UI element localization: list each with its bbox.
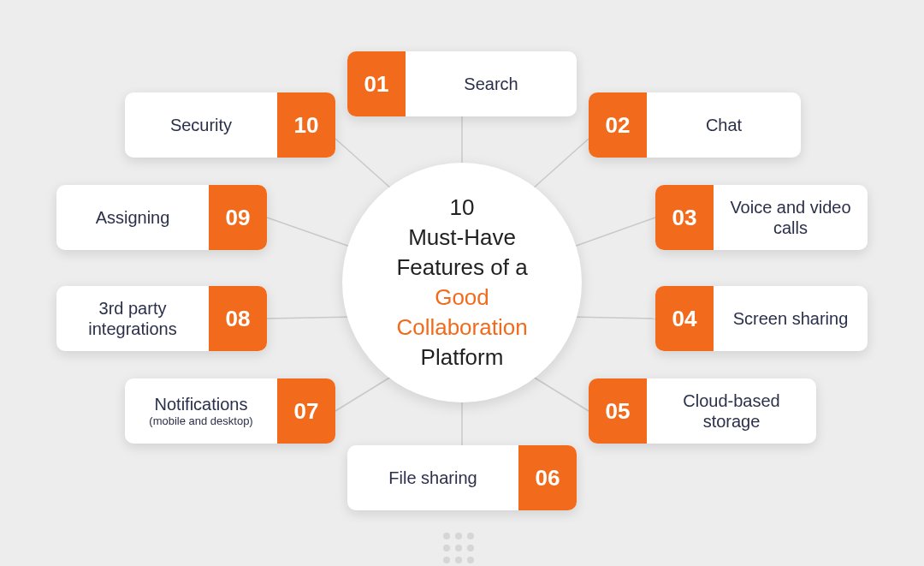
svg-line-7 <box>267 317 355 319</box>
svg-line-9 <box>335 139 391 188</box>
feature-card-01: 01 Search <box>347 51 577 116</box>
feature-label: Cloud-based storage <box>647 378 816 444</box>
feature-card-10: 10 Security <box>125 92 335 158</box>
feature-number: 09 <box>209 185 267 250</box>
svg-line-1 <box>533 139 589 188</box>
feature-number: 05 <box>589 378 647 444</box>
feature-label: Assigning <box>56 185 209 250</box>
feature-label: Voice and video calls <box>714 185 868 250</box>
center-line-1: 10 <box>450 194 475 220</box>
feature-number: 07 <box>277 378 335 444</box>
feature-label-sub: (mobile and desktop) <box>149 414 252 428</box>
feature-card-09: 09 Assigning <box>56 185 267 250</box>
feature-label: File sharing <box>347 445 518 510</box>
svg-line-2 <box>569 217 655 248</box>
feature-card-04: 04 Screen sharing <box>655 286 868 351</box>
feature-label-main: Notifications <box>155 394 248 414</box>
svg-line-8 <box>267 217 355 248</box>
feature-card-08: 08 3rd party integrations <box>56 286 267 351</box>
feature-label: Security <box>125 92 277 158</box>
feature-label: Search <box>406 51 577 116</box>
decorative-dot-grid <box>443 533 474 563</box>
svg-line-6 <box>335 377 391 411</box>
feature-number: 03 <box>655 185 714 250</box>
center-title: 10 Must-Have Features of a Good Collabor… <box>368 193 556 373</box>
feature-label: Screen sharing <box>714 286 868 351</box>
center-line-4: Collaboration <box>396 314 527 340</box>
center-line-5: Platform <box>421 344 504 370</box>
center-title-circle: 10 Must-Have Features of a Good Collabor… <box>342 163 582 402</box>
feature-number: 10 <box>277 92 335 158</box>
svg-line-4 <box>533 377 589 411</box>
feature-card-05: 05 Cloud-based storage <box>589 378 816 444</box>
center-line-3b: Good <box>435 284 489 310</box>
feature-number: 06 <box>518 445 577 510</box>
feature-number: 04 <box>655 286 714 351</box>
feature-label: Notifications (mobile and desktop) <box>125 378 277 444</box>
feature-label: 3rd party integrations <box>56 286 209 351</box>
feature-number: 08 <box>209 286 267 351</box>
feature-card-07: 07 Notifications (mobile and desktop) <box>125 378 335 444</box>
feature-card-02: 02 Chat <box>589 92 801 158</box>
feature-card-03: 03 Voice and video calls <box>655 185 868 250</box>
feature-number: 01 <box>347 51 406 116</box>
feature-label: Chat <box>647 92 801 158</box>
diagram-canvas: 10 Must-Have Features of a Good Collabor… <box>0 0 924 566</box>
svg-line-3 <box>569 317 655 319</box>
feature-card-06: 06 File sharing <box>347 445 577 510</box>
center-line-3a: Features of a <box>396 254 527 280</box>
feature-number: 02 <box>589 92 647 158</box>
center-line-2: Must-Have <box>408 224 516 250</box>
